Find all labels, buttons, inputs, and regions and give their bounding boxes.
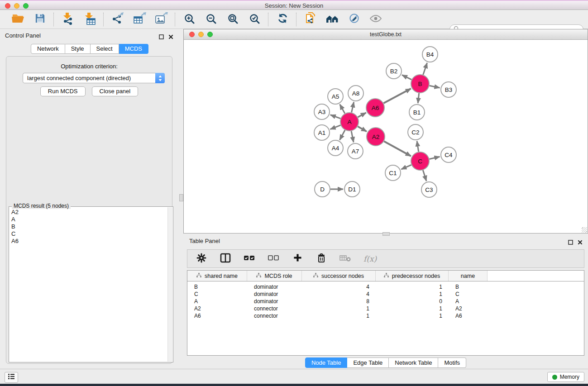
application-window: Session: New Session <box>0 0 588 384</box>
result-item-c[interactable]: C <box>10 230 168 238</box>
run-mcds-button[interactable]: Run MCDS <box>40 86 86 96</box>
export-image-button[interactable] <box>154 12 168 27</box>
show-column-button[interactable] <box>220 253 231 265</box>
column-header-MCDS-role[interactable]: MCDS role <box>247 271 302 281</box>
network-window-titlebar[interactable]: testGlobe.txt <box>184 29 588 40</box>
result-item-b[interactable]: B <box>10 223 168 230</box>
graph-edge-A2-C[interactable] <box>384 141 411 156</box>
table-row-a2[interactable]: A2connector11A2 <box>187 305 584 312</box>
cell: B <box>449 284 488 290</box>
tab-node-table[interactable]: Node Table <box>305 357 348 368</box>
graph-edge-A-A1[interactable] <box>330 125 341 129</box>
graph-edge-A-A8[interactable] <box>352 102 354 113</box>
open-session-button[interactable] <box>11 12 25 27</box>
criterion-dropdown[interactable]: largest connected component (directed) <box>23 73 165 83</box>
graph-edge-B-B2[interactable] <box>402 75 411 80</box>
vertical-splitter-handle[interactable] <box>179 194 183 201</box>
graph-edge-A-A6[interactable] <box>358 113 366 117</box>
graph-node-label-A5: A5 <box>332 93 339 100</box>
attribute-icon <box>313 273 318 279</box>
graph-node-label-C4: C4 <box>445 152 453 158</box>
show-graphics-details-button[interactable] <box>368 12 383 27</box>
column-header-name[interactable]: name <box>449 271 488 281</box>
table-row-a[interactable]: Adominator80A <box>187 298 584 305</box>
result-item-a2[interactable]: A2 <box>10 209 168 216</box>
close-panel-icon[interactable] <box>168 33 173 41</box>
import-network-button[interactable] <box>61 12 75 27</box>
add-column-button[interactable] <box>292 253 303 265</box>
column-header-predecessor-nodes[interactable]: predecessor nodes <box>376 271 449 281</box>
select-all-button[interactable] <box>244 253 255 265</box>
float-table-panel-icon[interactable] <box>568 238 573 247</box>
graph-edge-C-C2[interactable] <box>417 141 419 152</box>
cell: A <box>449 298 488 305</box>
graph-edge-B-B1[interactable] <box>418 93 419 103</box>
tab-style[interactable]: Style <box>65 44 91 54</box>
zoom-out-icon <box>206 13 216 26</box>
zoom-out-button[interactable] <box>204 12 218 27</box>
mcds-result-box: MCDS result (5 nodes) A2ABCA6 <box>9 206 173 362</box>
graph-edge-A6-B[interactable] <box>384 89 411 103</box>
table-toolbar: f(x) <box>187 249 584 268</box>
network-canvas[interactable]: AA2A6BCA1A3A4A5A7A8B1B2B3B4C1C2C3C4DD1 <box>184 40 588 233</box>
column-label: MCDS role <box>264 273 292 279</box>
refresh-view-button[interactable] <box>275 12 290 27</box>
table-row-c[interactable]: Cdominator41C <box>187 291 584 298</box>
export-table-button[interactable] <box>132 12 147 27</box>
tab-mcds[interactable]: MCDS <box>119 44 148 54</box>
hide-annotations-button[interactable] <box>347 12 361 27</box>
task-history-button[interactable] <box>5 372 18 383</box>
tab-select[interactable]: Select <box>91 44 119 54</box>
memory-button[interactable]: Memory <box>547 372 584 382</box>
tab-motifs[interactable]: Motifs <box>438 357 466 368</box>
import-network-icon <box>62 12 75 27</box>
mcds-result-list[interactable]: A2ABCA6 <box>10 207 168 362</box>
table-panel-tabs: Node TableEdge TableNetwork TableMotifs <box>183 357 588 368</box>
graph-edge-B-B4[interactable] <box>423 63 427 75</box>
function-builder-button[interactable]: f(x) <box>363 253 377 265</box>
close-panel-button[interactable]: Close panel <box>92 86 139 96</box>
close-table-panel-icon[interactable] <box>578 238 583 247</box>
result-item-a[interactable]: A <box>10 216 168 223</box>
result-scrollbar[interactable] <box>167 207 172 362</box>
dropdown-stepper-icon[interactable] <box>155 73 165 83</box>
network-graph-svg[interactable]: AA2A6BCA1A3A4A5A7A8B1B2B3B4C1C2C3C4DD1 <box>184 40 588 233</box>
tab-edge-table[interactable]: Edge Table <box>347 357 389 368</box>
delete-table-button[interactable] <box>339 253 351 265</box>
graph-edge-A-A4[interactable] <box>339 130 345 140</box>
import-table-button[interactable] <box>82 12 97 27</box>
network-from-selection-button[interactable] <box>303 12 318 27</box>
graph-edge-B-B3[interactable] <box>430 86 440 88</box>
float-panel-icon[interactable] <box>159 33 164 41</box>
network-home-button[interactable] <box>325 12 339 27</box>
zoom-in-button[interactable] <box>182 12 196 27</box>
tab-network-table[interactable]: Network Table <box>389 357 438 368</box>
table-row-b[interactable]: Bdominator41B <box>187 283 584 291</box>
homes-icon <box>325 13 339 26</box>
graph-edge-A-A5[interactable] <box>340 104 345 113</box>
export-network-icon <box>111 12 124 27</box>
result-item-a6[interactable]: A6 <box>10 238 168 245</box>
table-settings-button[interactable] <box>196 253 207 265</box>
delete-column-button[interactable] <box>316 253 327 265</box>
graph-edge-A-A2[interactable] <box>358 126 367 131</box>
tab-network[interactable]: Network <box>31 44 65 54</box>
graph-edge-C-C4[interactable] <box>429 157 440 159</box>
export-network-button[interactable] <box>110 12 125 27</box>
zoom-fit-button[interactable] <box>225 12 240 27</box>
save-session-button[interactable] <box>33 12 47 27</box>
deselect-all-button[interactable] <box>268 253 279 265</box>
column-header-successor-nodes[interactable]: successor nodes <box>302 271 376 281</box>
graph-edge-A-A7[interactable] <box>351 131 354 143</box>
cell: dominator <box>247 284 302 290</box>
cell: B <box>187 284 247 290</box>
table-row-a6[interactable]: A6connector11A6 <box>187 312 584 319</box>
column-header-shared-name[interactable]: shared name <box>187 271 247 281</box>
graph-edge-A-A3[interactable] <box>330 115 340 119</box>
graph-edge-C-C1[interactable] <box>401 165 411 169</box>
resize-grip[interactable] <box>582 227 587 233</box>
zoom-in-icon <box>184 13 195 26</box>
graph-edge-C-C3[interactable] <box>423 170 426 181</box>
optimization-criterion-label: Optimization criterion: <box>6 63 172 70</box>
zoom-selected-button[interactable] <box>247 12 262 27</box>
